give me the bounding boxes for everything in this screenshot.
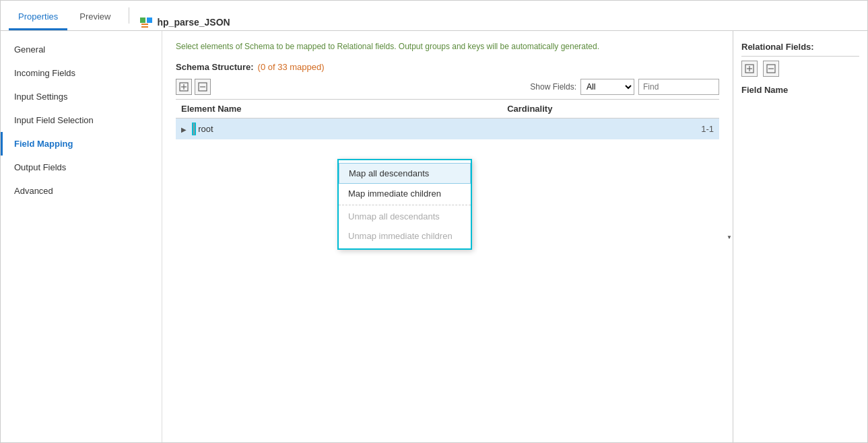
- tab-properties[interactable]: Properties: [9, 5, 67, 30]
- context-menu-item-unmap-immediate-children: Unmap immediate children: [339, 226, 471, 246]
- description-text: Select elements of Schema to be mapped t…: [176, 42, 719, 51]
- sidebar-item-advanced[interactable]: Advanced: [1, 179, 162, 203]
- body-container: General Incoming Fields Input Settings I…: [1, 31, 867, 442]
- sidebar: General Incoming Fields Input Settings I…: [1, 31, 162, 442]
- title-area: hp_parse_JSON: [135, 14, 236, 30]
- sidebar-item-incoming-fields[interactable]: Incoming Fields: [1, 61, 162, 85]
- schema-count: (0 of 33 mapped): [258, 62, 325, 72]
- cardinality-cell: 1-1: [502, 118, 719, 140]
- context-menu-divider: [339, 205, 471, 205]
- title-icon: [140, 18, 154, 28]
- sidebar-item-input-settings[interactable]: Input Settings: [1, 85, 162, 108]
- show-fields-label: Show Fields:: [530, 82, 576, 92]
- col-header-element: Element Name: [176, 100, 502, 118]
- context-menu-item-unmap-all-descendants: Unmap all descendants: [339, 207, 471, 226]
- expand-all-button[interactable]: [176, 79, 192, 95]
- col-header-cardinality: Cardinality: [502, 100, 719, 118]
- remove-icon: [766, 64, 776, 73]
- schema-header: Schema Structure: (0 of 33 mapped): [176, 62, 719, 72]
- relational-toolbar: [741, 61, 859, 77]
- main-content: Select elements of Schema to be mapped t…: [162, 31, 733, 442]
- expand-row-btn[interactable]: ▶: [181, 126, 187, 133]
- element-name-cell: ▶ ▼ root: [176, 118, 502, 140]
- sidebar-item-general[interactable]: General: [1, 38, 162, 61]
- sidebar-item-input-field-selection[interactable]: Input Field Selection: [1, 108, 162, 132]
- element-name-text: root: [198, 124, 213, 134]
- context-menu: Map all descendants Map immediate childr…: [337, 159, 472, 250]
- collapse-icon: [198, 82, 207, 92]
- checkbox-inner: [193, 123, 195, 135]
- tab-divider: [129, 7, 129, 24]
- context-menu-item-map-all-descendants[interactable]: Map all descendants: [339, 163, 471, 184]
- icon-green: [140, 18, 145, 23]
- find-input[interactable]: [638, 79, 719, 95]
- sidebar-item-field-mapping[interactable]: Field Mapping: [1, 132, 162, 156]
- expand-icon: [179, 82, 189, 92]
- dropdown-arrow-icon[interactable]: ▼: [727, 234, 732, 240]
- relational-field-name-header: Field Name: [741, 82, 859, 98]
- icon-lines: [141, 24, 151, 28]
- main-container: Properties Preview hp_parse_JSON: [0, 0, 868, 443]
- relational-add-button[interactable]: [741, 61, 758, 77]
- table-row[interactable]: ▶ ▼ root 1-1: [176, 118, 719, 140]
- relational-panel: Relational Fields: Field Name: [733, 31, 867, 442]
- schema-label: Schema Structure:: [176, 62, 254, 72]
- checkbox-container: ▼: [192, 123, 196, 135]
- icon-line-2: [141, 26, 148, 28]
- relational-remove-button[interactable]: [763, 61, 779, 77]
- collapse-all-button[interactable]: [195, 79, 211, 95]
- tab-preview[interactable]: Preview: [70, 5, 120, 30]
- sidebar-item-output-fields[interactable]: Output Fields: [1, 156, 162, 179]
- schema-table: Element Name Cardinality ▶ ▼ root: [176, 100, 719, 139]
- tab-bar: Properties Preview hp_parse_JSON: [1, 1, 867, 31]
- show-fields-select[interactable]: All: [580, 79, 634, 95]
- context-menu-item-map-immediate-children[interactable]: Map immediate children: [339, 184, 471, 203]
- icon-line-1: [141, 24, 148, 25]
- window-title: hp_parse_JSON: [158, 17, 230, 28]
- relational-title: Relational Fields:: [741, 42, 859, 57]
- icon-blue: [147, 18, 152, 23]
- toolbar-row: Show Fields: All: [176, 79, 719, 100]
- add-icon: [745, 64, 754, 73]
